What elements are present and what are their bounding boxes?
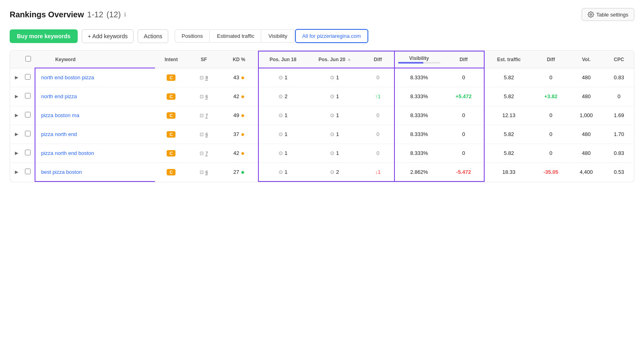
table-row: ▶ north end pizza C ⊡ 6 42 ● [10,87,634,106]
th-kd: KD % [220,51,258,68]
diff-cell: ↓1 [362,163,394,181]
pos-jun20-value: 2 [336,169,339,175]
table-row: ▶ best pizza boston C ⊡ 6 27 ● [10,163,634,181]
expand-cell[interactable]: ▶ [10,163,21,181]
intent-cell: C [155,87,188,106]
sf-cell: ⊡ 8 [188,68,220,87]
tab-domain[interactable]: All for pizzeriaregina.com [295,29,368,43]
keyword-link[interactable]: best pizza boston [41,169,82,175]
est-traffic-cell: 5.82 [484,68,533,87]
check-cell[interactable] [21,106,35,125]
intent-badge: C [167,112,175,119]
check-cell[interactable] [21,144,35,163]
pin-icon: ⊙ [279,93,283,99]
keyword-link[interactable]: north end pizza [41,93,77,99]
est-traffic-value: 5.82 [504,93,514,99]
cpc-cell: 1.70 [604,125,634,144]
expand-cell[interactable]: ▶ [10,87,21,106]
title-count-total: (12) [107,10,121,19]
expand-button[interactable]: ▶ [13,74,20,81]
expand-button[interactable]: ▶ [13,150,20,157]
pos-jun18-cell: ⊙ 1 [258,106,308,125]
row-checkbox[interactable] [25,93,31,99]
buy-keywords-button[interactable]: Buy more keywords [10,29,78,43]
th-expand [10,51,21,68]
intent-cell: C [155,68,188,87]
tab-traffic[interactable]: Estimated traffic [211,29,261,43]
vol-value: 480 [582,93,591,99]
row-checkbox[interactable] [25,112,31,117]
vol-value: 4,400 [580,169,593,175]
expand-button[interactable]: ▶ [13,93,20,100]
est-diff-cell: -35.05 [533,163,569,181]
expand-button[interactable]: ▶ [13,169,20,175]
vis-diff-neutral: 0 [462,112,465,118]
sf-cell: ⊡ 6 [188,87,220,106]
vol-cell: 480 [569,144,604,163]
cpc-cell: 0.83 [604,144,634,163]
check-cell[interactable] [21,163,35,181]
kd-cell: 49 ● [220,106,258,125]
select-all-checkbox[interactable] [25,56,31,62]
tab-visibility[interactable]: Visibility [262,29,294,43]
pos-jun18-value: 1 [285,112,287,118]
pos-jun20-value: 1 [336,74,339,80]
diff-neutral: 0 [376,131,379,137]
diff-down: ↓1 [375,169,381,175]
expand-cell[interactable]: ▶ [10,106,21,125]
est-traffic-cell: 5.82 [484,144,533,163]
check-cell[interactable] [21,87,35,106]
kd-value: 37 [233,131,239,137]
th-check[interactable] [21,51,35,68]
row-checkbox[interactable] [25,131,31,136]
keyword-link[interactable]: pizza north end [41,131,77,137]
sf-number: 7 [205,113,208,118]
kd-value: 49 [233,112,239,118]
est-traffic-cell: 5.82 [484,125,533,144]
expand-cell[interactable]: ▶ [10,144,21,163]
tab-positions[interactable]: Positions [175,29,210,43]
image-icon: ⊡ [200,132,204,137]
intent-cell: C [155,125,188,144]
actions-button[interactable]: Actions [138,29,168,43]
keyword-cell: pizza boston ma [35,106,155,125]
row-checkbox[interactable] [25,74,31,80]
row-checkbox[interactable] [25,169,31,174]
expand-cell[interactable]: ▶ [10,68,21,87]
info-icon[interactable]: ℹ [124,11,126,18]
vis-diff-cell: 0 [444,68,484,87]
visibility-value: 8.333% [410,112,428,118]
pin-icon: ⊙ [279,112,283,118]
keyword-link[interactable]: pizza boston ma [41,112,79,118]
th-keyword: Keyword [35,51,155,68]
est-traffic-value: 5.82 [504,131,514,137]
keyword-link[interactable]: north end boston pizza [41,74,94,80]
th-pos-jun18[interactable]: Pos. Jun 18 [258,51,308,68]
title-count-range: 1-12 [87,10,103,19]
table-settings-button[interactable]: Table settings [582,8,635,21]
pin-icon-2: ⊙ [330,150,334,156]
filter-tabs: Positions Estimated traffic Visibility A… [175,29,368,43]
cpc-value: 0.83 [614,150,624,156]
est-diff-neutral: 0 [549,131,552,137]
est-traffic-cell: 18.33 [484,163,533,181]
th-pos-jun20[interactable]: Pos. Jun 20 ≡ [307,51,361,68]
est-diff-neutral: 0 [549,150,552,156]
expand-cell[interactable]: ▶ [10,125,21,144]
expand-button[interactable]: ▶ [13,112,20,119]
keyword-cell: north end pizza [35,87,155,106]
row-checkbox[interactable] [25,150,31,155]
check-cell[interactable] [21,68,35,87]
expand-button[interactable]: ▶ [13,131,20,138]
sort-icon[interactable]: ≡ [348,58,351,62]
check-cell[interactable] [21,125,35,144]
visibility-cell: 8.333% [394,68,444,87]
keyword-link[interactable]: pizza north end boston [41,150,94,156]
cpc-value: 0.83 [614,74,624,80]
add-keywords-button[interactable]: + Add keywords [82,29,134,43]
visibility-cell: 8.333% [394,125,444,144]
pin-icon: ⊙ [279,150,283,156]
intent-cell: C [155,144,188,163]
th-est-traffic: Est. traffic [484,51,533,68]
intent-badge: C [167,74,175,81]
